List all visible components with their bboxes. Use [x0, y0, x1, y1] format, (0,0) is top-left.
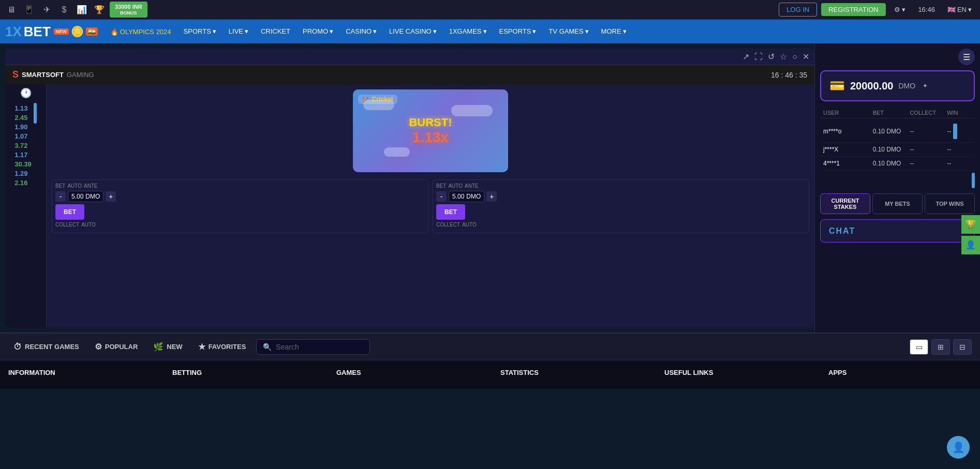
bet-minus-2[interactable]: - [436, 191, 447, 202]
register-button[interactable]: REGISTRATION [821, 3, 886, 16]
menu-button[interactable]: ☰ [958, 49, 975, 65]
collect-label-1: COLLECT [55, 222, 79, 228]
stakes-bet-0: 0.10 DMO [873, 128, 910, 135]
bet-minus-1[interactable]: - [55, 191, 66, 202]
nav-item-cricket[interactable]: CRICKET [256, 20, 295, 43]
view-single-button[interactable]: ▭ [910, 339, 928, 355]
favorites-icon: ★ [198, 342, 205, 352]
chart-icon[interactable]: 📊 [75, 3, 89, 17]
stakes-scrollbar[interactable] [972, 173, 975, 188]
stakes-col-win: WIN [947, 110, 972, 116]
balance-box: 💳 20000.00 DMO ✦ [820, 70, 975, 101]
nav-item-more[interactable]: MORE ▾ [596, 20, 632, 43]
bottom-nav: ⏱ RECENT GAMES ⚙ POPULAR 🌿 NEW ★ FAVORIT… [0, 332, 980, 360]
tab-top-wins[interactable]: TOP WINS [925, 193, 975, 214]
side-actions: 🏆 👤 [961, 215, 980, 254]
history-val-6[interactable]: 30.39 [14, 160, 32, 168]
history-val-2[interactable]: 1.90 [14, 123, 32, 131]
logo-new-badge: NEW [54, 28, 69, 35]
popular-icon: ⚙ [95, 342, 102, 352]
bonus-amount: 33000 INR [115, 4, 142, 10]
footer-col-useful-links: USEFUL LINKS [664, 369, 808, 381]
history-val-0[interactable]: 1.13 [14, 104, 32, 112]
bet-plus-2[interactable]: + [486, 191, 497, 202]
history-clock-icon[interactable]: 🕐 [20, 87, 32, 99]
side-leaderboard-button[interactable]: 👤 [961, 236, 980, 254]
view-buttons: ▭ ⊞ ⊟ [910, 339, 972, 355]
refresh-icon[interactable]: ↺ [768, 52, 775, 62]
game-frame: ↗ ⛶ ↺ ☆ ○ ✕ S SMARTSOFT GAMING 16 : 46 :… [5, 49, 814, 327]
top-bar-right: LOG IN REGISTRATION ⚙ ▾ 16:46 🇬🇧 EN ▾ [779, 3, 976, 17]
logo[interactable]: 1XBET NEW 🪙 🇮🇳 [5, 24, 98, 40]
fullscreen-icon[interactable]: ⛶ [754, 52, 763, 62]
time-display: 16:46 [914, 6, 939, 13]
history-scrollbar[interactable] [34, 103, 37, 124]
login-button[interactable]: LOG IN [779, 3, 817, 17]
trophy-icon[interactable]: 🏆 [92, 3, 107, 17]
dollar-icon[interactable]: $ [57, 3, 71, 17]
right-panel: ☰ 💳 20000.00 DMO ✦ USER BET COLLECT WIN … [814, 43, 980, 332]
view-grid-3-button[interactable]: ⊟ [953, 339, 972, 355]
nav-item-promo[interactable]: PROMO ▾ [298, 20, 338, 43]
ante-label-2: ANTE [465, 183, 479, 189]
close-icon[interactable]: ✕ [803, 52, 809, 62]
history-val-4[interactable]: 3.72 [14, 142, 32, 149]
stakes-row-1: j****X 0.10 DMO -- -- [820, 143, 975, 157]
history-val-7[interactable]: 1.29 [14, 170, 32, 177]
external-link-icon[interactable]: ↗ [743, 52, 749, 62]
auto-collect-label-2: AUTO [462, 222, 477, 228]
nav-item-olympics[interactable]: 🔥 OLYMPICS 2024 [105, 28, 176, 36]
language-selector[interactable]: 🇬🇧 EN ▾ [943, 6, 976, 13]
star-icon[interactable]: ☆ [780, 52, 787, 62]
nav-popular[interactable]: ⚙ POPULAR [90, 339, 143, 355]
stakes-col-bet: BET [873, 110, 910, 116]
bet-plus-1[interactable]: + [106, 191, 116, 202]
share-icon[interactable]: ○ [792, 52, 797, 62]
history-val-3[interactable]: 1.07 [14, 132, 32, 140]
search-input[interactable] [276, 343, 353, 351]
bonus-button[interactable]: 33000 INR BONUS [110, 2, 147, 18]
nav-favorites[interactable]: ★ FAVORITES [193, 339, 251, 355]
stakes-win-1: -- [947, 146, 972, 153]
settings-button[interactable]: ⚙ ▾ [890, 6, 910, 13]
history-val-5[interactable]: 1.17 [14, 151, 32, 159]
cloud-3 [384, 147, 410, 157]
tablet-icon[interactable]: 📱 [22, 3, 36, 17]
nav-item-1xgames[interactable]: 1XGAMES ▾ [444, 20, 492, 43]
collect-label-2: COLLECT [436, 222, 460, 228]
nav-new[interactable]: 🌿 NEW [148, 339, 187, 355]
chat-box[interactable]: CHAT ◂ [820, 219, 975, 243]
1xgames-chevron: ▾ [483, 20, 487, 43]
bet-button-1[interactable]: BET [55, 204, 84, 220]
game-inner: 🕐 1.13 2.45 1.90 1.07 3.72 1.17 30.39 1.… [5, 84, 814, 327]
bet-currency-1: DMO [85, 193, 100, 200]
multiplier-text: 1.13x [412, 129, 449, 146]
nav-item-live[interactable]: LIVE ▾ [224, 20, 254, 43]
nav-recent-games[interactable]: ⏱ RECENT GAMES [8, 339, 84, 355]
more-chevron: ▾ [623, 20, 627, 43]
history-val-1[interactable]: 2.45 [14, 114, 32, 122]
desktop-icon[interactable]: 🖥 [4, 3, 19, 17]
footer-title-games: GAMES [336, 369, 480, 376]
history-val-8[interactable]: 2.16 [14, 179, 32, 187]
side-trophy-button[interactable]: 🏆 [961, 215, 980, 234]
bet-button-2[interactable]: BET [436, 204, 465, 220]
nav-item-tv-games[interactable]: TV GAMES ▾ [543, 20, 593, 43]
nav-item-sports[interactable]: SPORTS ▾ [179, 20, 221, 43]
chat-support-button[interactable]: 👤 [947, 436, 970, 459]
tab-my-bets[interactable]: MY BETS [872, 193, 923, 214]
view-grid-2-button[interactable]: ⊞ [931, 339, 950, 355]
stakes-collect-2: -- [910, 160, 947, 167]
game-center: 🏏 Cricket BURST! 1.13x BET AUTO [47, 84, 814, 327]
nav-item-casino[interactable]: CASINO ▾ [340, 20, 382, 43]
bet-amount-box-1: 5.00 DMO [68, 191, 103, 202]
olympics-icon: 🔥 [110, 28, 118, 36]
nav-item-live-casino[interactable]: LIVE CASINO ▾ [384, 20, 442, 43]
cricket-badge: 🏏 Cricket [358, 95, 397, 104]
smartsoft-gaming-label: GAMING [67, 71, 94, 79]
telegram-icon[interactable]: ✈ [39, 3, 54, 17]
nav-item-esports[interactable]: ESPORTS ▾ [494, 20, 542, 43]
recent-games-label: RECENT GAMES [25, 343, 79, 351]
tab-current-stakes[interactable]: CURRENT STAKES [820, 193, 870, 214]
stakes-win-0: -- [947, 128, 951, 135]
